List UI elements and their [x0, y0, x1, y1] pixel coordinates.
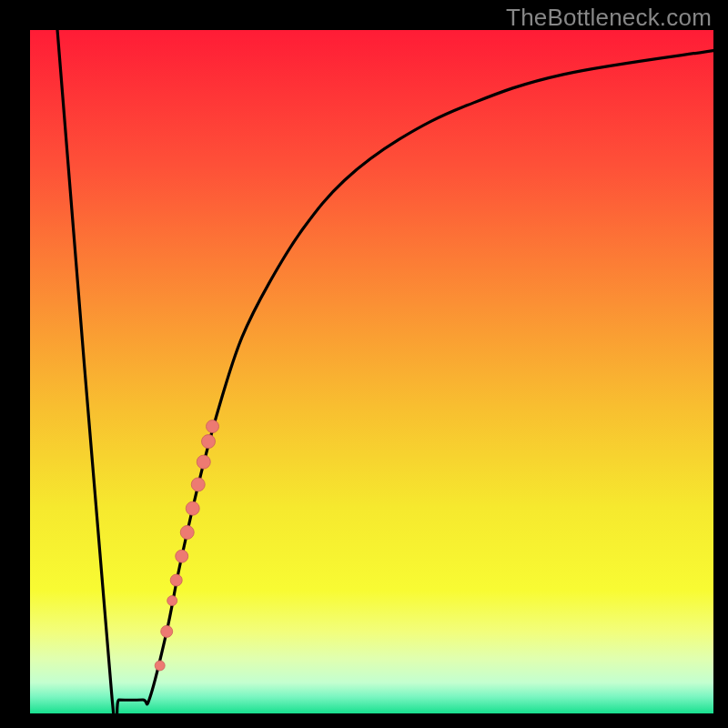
data-marker	[176, 550, 188, 562]
data-marker	[161, 625, 173, 637]
chart-frame: TheBottleneck.com	[0, 0, 728, 728]
plot-area	[30, 30, 713, 713]
data-marker	[197, 455, 210, 469]
data-marker	[207, 420, 219, 433]
gradient-background	[30, 30, 713, 713]
data-marker	[191, 478, 205, 491]
data-marker	[180, 525, 194, 539]
data-marker	[170, 574, 182, 586]
data-marker	[167, 596, 177, 606]
data-marker	[155, 661, 165, 671]
data-marker	[202, 435, 216, 449]
data-marker	[186, 501, 199, 515]
chart-svg	[30, 30, 713, 713]
watermark-text: TheBottleneck.com	[506, 4, 712, 32]
